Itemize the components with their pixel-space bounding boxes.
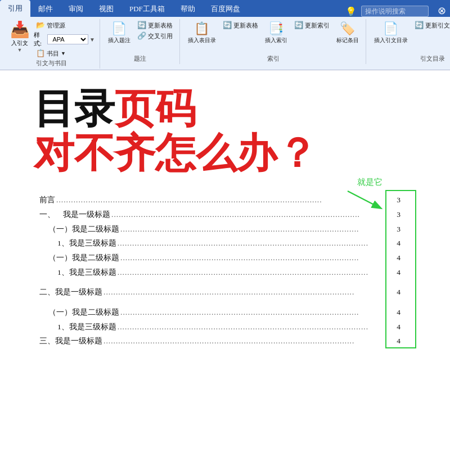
insert-citation-btn[interactable]: 📥 入引文 ▼ (8, 20, 32, 54)
blank-row-2 (39, 300, 411, 305)
ribbon-group-caption: 📄 插入题注 🔄 更新表格 🔗 交叉引用 题注 (101, 19, 180, 64)
caption-col: 🔄 更新表格 🔗 交叉引用 (135, 20, 175, 41)
toc-label-h1-1: 一、 我是一级标题 (39, 207, 110, 222)
cross-ref-label: 交叉引用 (148, 32, 173, 40)
ribbon-body: 📥 入引文 ▼ 📂 管理源 样式: APA ▼ (0, 17, 450, 70)
lamp-icon: 💡 (345, 6, 357, 17)
bibliography-arrow: ▼ (61, 51, 66, 56)
toc-dots-h3-2: ........................................… (116, 265, 394, 280)
toc-dots-h2-2: ........................................… (119, 251, 394, 265)
toc-page-h3-1: 4 (394, 236, 411, 251)
toc-row-h3-2: 1、我是三级标题 ...............................… (39, 265, 411, 280)
update-table-label: 更新表格 (148, 21, 173, 30)
insert-citindex-label: 插入引文目录 (374, 37, 408, 44)
toc-page-h2-2: 4 (394, 251, 411, 265)
manage-source-icon: 📂 (36, 21, 45, 30)
tab-shenyue[interactable]: 审阅 (61, 1, 91, 17)
cross-ref-btn[interactable]: 🔗 交叉引用 (135, 31, 175, 41)
toc-row-h2-2: （一）我是二级标题 ..............................… (39, 251, 411, 265)
citindex-group-label: 引文目录 (420, 55, 445, 63)
mark-entry-label: 标记条目 (336, 37, 359, 44)
insert-citindex-btn[interactable]: 📄 插入引文目录 (372, 20, 410, 46)
style-label: 样式: (34, 31, 46, 48)
tab-yinyong[interactable]: 引用 (0, 0, 30, 17)
toc-arrow-icon (342, 188, 387, 211)
toc-row-h1-2: 二、我是一级标题 ...............................… (39, 285, 411, 300)
ribbon-group-index: 📋 插入表目录 🔄 更新表格 📑 插入索引 🔄 更新索引 (181, 19, 366, 64)
insert-table-toc-btn[interactable]: 📋 插入表目录 (186, 20, 218, 46)
manage-source-btn[interactable]: 📂 管理源 (34, 20, 95, 30)
tab-baidu[interactable]: 百度网盘 (203, 1, 248, 17)
style-row: 样式: APA ▼ (34, 31, 95, 48)
document-area: 目录页码 对不齐怎么办？ 就是它 前言 ....................… (0, 70, 450, 360)
tab-bangzhu[interactable]: 帮助 (173, 1, 203, 17)
insert-caption-label: 插入题注 (108, 37, 130, 44)
toc-label-h3-1: 1、我是三级标题 (57, 236, 116, 251)
toc-label-h1-3: 三、我是一级标题 (39, 334, 102, 348)
bibliography-btn[interactable]: 📋 书目 ▼ (34, 48, 95, 58)
update-citindex-btn[interactable]: 🔄 更新引文目录 (412, 20, 450, 30)
toc-label-h2-3: （一）我是二级标题 (48, 305, 119, 320)
toc-dots-h3-3: ........................................… (116, 320, 394, 334)
svg-line-0 (348, 191, 380, 208)
update-index-label: 更新索引 (305, 21, 330, 30)
insert-table-toc-icon: 📋 (194, 21, 209, 36)
toc-label-h2-2: （一）我是二级标题 (48, 251, 119, 265)
citations-group-label: 引文与书目 (36, 59, 67, 67)
insert-caption-btn[interactable]: 📄 插入题注 (106, 20, 133, 46)
update-table2-btn[interactable]: 🔄 更新表格 (220, 20, 260, 30)
update-table-icon: 🔄 (137, 21, 146, 30)
mark-entry-icon: 🏷️ (340, 21, 355, 36)
toc-page-h2-1: 3 (394, 222, 411, 237)
toc-page-h1-1: 3 (394, 207, 411, 222)
toc-label-h3-3: 1、我是三级标题 (57, 320, 116, 334)
tab-pdf[interactable]: PDF工具箱 (122, 1, 173, 17)
title-line1: 目录页码 (34, 87, 416, 132)
citindex-col: 🔄 更新引文目录 (412, 20, 450, 30)
update-index-btn[interactable]: 🔄 更新索引 (292, 20, 332, 30)
tab-youjian[interactable]: 邮件 (30, 1, 61, 17)
toc-label-h2-1: （一）我是二级标题 (48, 222, 119, 237)
update-table2-label: 更新表格 (233, 21, 258, 30)
insert-index-btn[interactable]: 📑 插入索引 (263, 20, 290, 46)
search-bar: 💡 (339, 6, 433, 17)
mark-entry-btn[interactable]: 🏷️ 标记条目 (334, 20, 361, 46)
tab-shitu[interactable]: 视图 (91, 1, 122, 17)
update-table2-icon: 🔄 (223, 21, 232, 30)
style-select[interactable]: APA (47, 34, 88, 44)
style-dropdown-arrow: ▼ (89, 37, 95, 43)
insert-citation-sub: ▼ (17, 47, 22, 53)
toc-page-h2-3: 4 (394, 305, 411, 320)
toc-row-h2-3: （一）我是二级标题 ..............................… (39, 305, 411, 320)
insert-index-label: 插入索引 (265, 37, 287, 44)
insert-citation-label: 入引文 (11, 39, 28, 47)
toc-label-preface: 前言 (39, 193, 55, 207)
update-table-btn[interactable]: 🔄 更新表格 (135, 20, 175, 30)
toc-dots-h1-3: ........................................… (102, 334, 394, 348)
toc-area: 就是它 前言 .................................… (34, 193, 416, 348)
toc-dots-h2-1: ........................................… (119, 222, 394, 237)
toc-page-h3-3: 4 (394, 320, 411, 334)
toc-row-h3-1: 1、我是三级标题 ...............................… (39, 236, 411, 251)
index-col1: 🔄 更新表格 (220, 20, 260, 30)
toc-page-preface: 3 (394, 193, 411, 207)
index-group-label: 索引 (267, 55, 280, 63)
manage-source-label: 管理源 (47, 21, 65, 30)
close-icon[interactable]: ⊗ (438, 4, 446, 17)
toc-page-h1-3: 4 (394, 334, 411, 348)
toc-dots-h3-1: ........................................… (116, 236, 394, 251)
update-citindex-icon: 🔄 (415, 21, 424, 30)
cross-ref-icon: 🔗 (137, 31, 146, 40)
index-col2: 🔄 更新索引 (292, 20, 332, 30)
title-black: 目录 (34, 87, 115, 132)
search-input[interactable] (361, 6, 429, 17)
bibliography-label: 书目 (47, 49, 59, 58)
update-index-icon: 🔄 (294, 21, 303, 30)
ribbon-tab-bar: 引用 邮件 审阅 视图 PDF工具箱 帮助 百度网盘 💡 ⊗ (0, 0, 450, 17)
ribbon-group-citindex: 📄 插入引文目录 🔄 更新引文目录 🏷️ 标记引文 引文目录 (367, 19, 450, 64)
toc-row-h1-3: 三、我是一级标题 ...............................… (39, 334, 411, 348)
caption-group-label: 题注 (134, 55, 146, 63)
toc-annotation: 就是它 (357, 177, 382, 188)
ribbon: 引用 邮件 审阅 视图 PDF工具箱 帮助 百度网盘 💡 ⊗ (0, 0, 450, 70)
toc-dots-h2-3: ........................................… (119, 305, 394, 320)
